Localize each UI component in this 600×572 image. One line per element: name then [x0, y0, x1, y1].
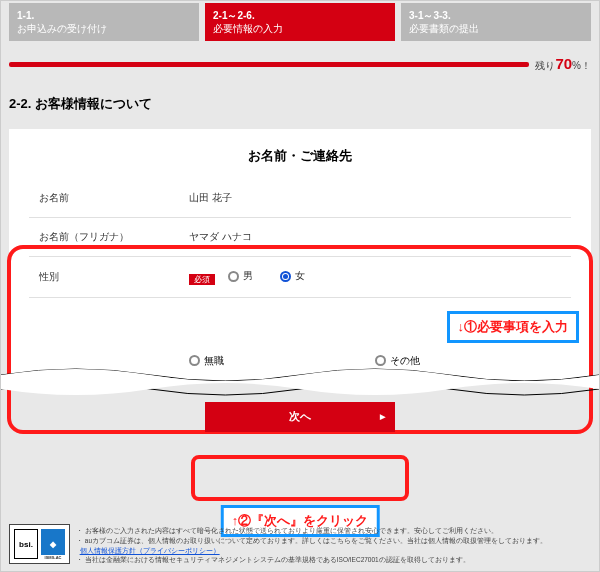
annotation-1: ↓①必要事項を入力 [447, 311, 580, 343]
radio-none[interactable]: 無職 [189, 354, 224, 368]
radio-none-label: 無職 [204, 354, 224, 368]
radio-icon [189, 355, 200, 366]
card-heading: お名前・ご連絡先 [29, 147, 571, 165]
gender-label: 性別 [39, 270, 189, 284]
kana-value: ヤマダ ハナコ [189, 230, 252, 244]
footer-line-2a: ・ auカブコム証券は、個人情報のお取り扱いについて定めております。詳しくはこち… [76, 537, 547, 544]
radio-female[interactable]: 女 [280, 269, 305, 283]
radio-female-label: 女 [295, 269, 305, 283]
name-label: お名前 [39, 191, 189, 205]
kana-label: お名前（フリガナ） [39, 230, 189, 244]
step-1-num: 1-1. [17, 9, 191, 22]
form-card: お名前・ご連絡先 お名前 山田 花子 お名前（フリガナ） ヤマダ ハナコ 性別 … [9, 129, 591, 382]
radio-male[interactable]: 男 [228, 269, 253, 283]
progress-remaining: 残り70%！ [535, 55, 591, 73]
required-badge: 必須 [189, 274, 215, 285]
name-value: 山田 花子 [189, 191, 232, 205]
privacy-link[interactable]: 個人情報保護方針（プライバシーポリシー） [80, 547, 220, 554]
bsi-logo-icon: bsi. [14, 529, 38, 559]
step-2-num: 2-1～2-6. [213, 9, 387, 22]
row-gender: 性別 必須 男 女 [29, 257, 571, 298]
radio-male-label: 男 [243, 269, 253, 283]
radio-icon [280, 271, 291, 282]
step-bar: 1-1. お申込みの受け付け 2-1～2-6. 必要情報の入力 3-1～3-3.… [1, 1, 599, 41]
step-1-label: お申込みの受け付け [17, 23, 107, 34]
step-2: 2-1～2-6. 必要情報の入力 [205, 3, 395, 41]
row-name: お名前 山田 花子 [29, 179, 571, 218]
radio-icon [375, 355, 386, 366]
step-2-label: 必要情報の入力 [213, 23, 283, 34]
next-button[interactable]: 次へ [205, 402, 395, 432]
radio-icon [228, 271, 239, 282]
progress-bar [9, 62, 529, 67]
footer-line-1: ・ お客様のご入力された内容はすべて暗号化された状態で送られておりより厳重に保管… [76, 526, 593, 536]
step-3-label: 必要書類の提出 [409, 23, 479, 34]
radio-other[interactable]: その他 [375, 354, 420, 368]
progress-row: 残り70%！ [1, 41, 599, 75]
row-kana: お名前（フリガナ） ヤマダ ハナコ [29, 218, 571, 257]
footer-line-2: ・ auカブコム証券は、個人情報のお取り扱いについて定めております。詳しくはこち… [76, 536, 593, 556]
footer-notes: ・ お客様のご入力された内容はすべて暗号化された状態で送られておりより厳重に保管… [76, 524, 593, 565]
step-3-num: 3-1～3-3. [409, 9, 583, 22]
remain-suffix: %！ [572, 60, 591, 71]
step-1: 1-1. お申込みの受け付け [9, 3, 199, 41]
cert-logos: bsi. ◆ [9, 524, 70, 564]
next-button-wrap: 次へ [1, 402, 599, 432]
footer: bsi. ◆ ・ お客様のご入力された内容はすべて暗号化された状態で送られており… [9, 524, 593, 565]
radio-other-label: その他 [390, 354, 420, 368]
gender-options: 必須 男 女 [189, 269, 329, 285]
footer-line-3: ・ 当社は金融業における情報セキュリティマネジメントシステムの基準規格であるIS… [76, 555, 593, 565]
remain-pct: 70 [555, 55, 572, 72]
highlight-next-button [191, 455, 409, 501]
isms-logo-icon: ◆ [41, 529, 65, 559]
step-3: 3-1～3-3. 必要書類の提出 [401, 3, 591, 41]
remain-label: 残り [535, 60, 555, 71]
row-occupation: 無職 その他 [29, 346, 571, 372]
page-title: 2-2. お客様情報について [1, 75, 599, 123]
